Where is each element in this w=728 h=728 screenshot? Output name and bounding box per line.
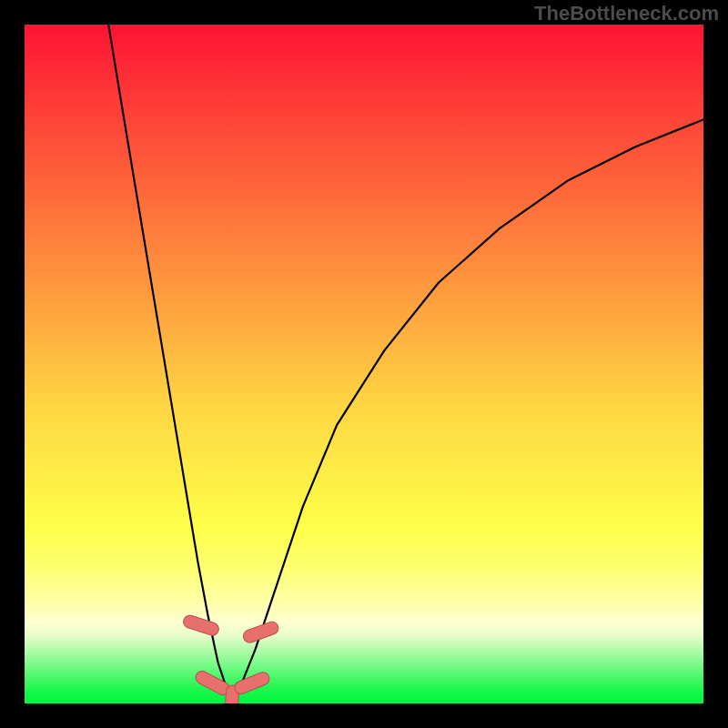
plot-area (25, 25, 703, 703)
marker-m5 (241, 620, 279, 644)
data-point-markers (182, 613, 280, 703)
marker-m4 (233, 671, 271, 696)
marker-layer (25, 25, 703, 703)
watermark-text: TheBottleneck.com (534, 2, 719, 25)
marker-m1 (182, 613, 220, 637)
outer-frame: TheBottleneck.com (0, 0, 728, 728)
